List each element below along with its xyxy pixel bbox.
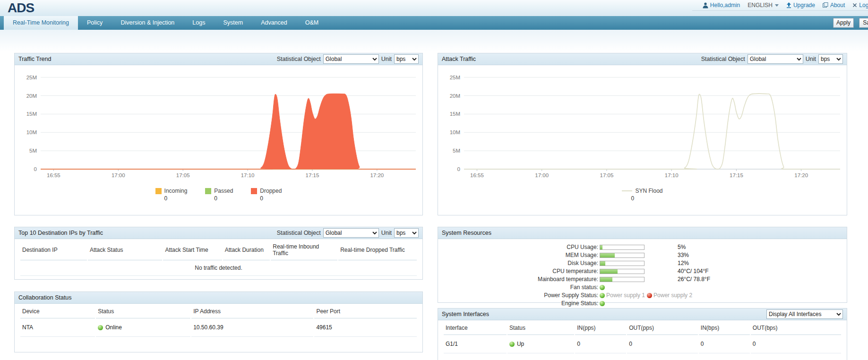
- attack-traffic-legend: SYN Flood0: [438, 188, 847, 202]
- panel-title: System Interfaces: [442, 311, 489, 317]
- interface-cell: G1/1: [444, 335, 507, 353]
- power-supply-2-alarm-icon: [647, 293, 652, 298]
- empty-row: No traffic detected.: [20, 260, 417, 276]
- user-greeting: Hello,admin: [710, 2, 740, 9]
- apply-button[interactable]: Apply: [833, 18, 854, 28]
- system-resources-panel: System Resources CPU Usage: 5% MEM Usage…: [438, 227, 847, 303]
- in-bps-cell: 0: [699, 335, 750, 353]
- fan-status-ok-icon: [600, 285, 605, 290]
- panel-title: Attack Traffic: [442, 56, 476, 62]
- tab-om[interactable]: O&M: [296, 16, 327, 30]
- traffic-trend-panel: Traffic Trend Statistical Object Global …: [14, 53, 423, 215]
- legend-label: Incoming: [164, 188, 188, 194]
- legend-label: Passed: [214, 188, 233, 194]
- online-status-icon: [98, 325, 103, 330]
- system-resources-header: System Resources: [438, 227, 847, 239]
- user-menu[interactable]: Hello,admin: [703, 2, 740, 9]
- attack-traffic-chart: 05M10M15M20M25M16:5517:0017:0517:1017:15…: [438, 65, 847, 215]
- out-pps-cell: 0: [627, 335, 698, 353]
- language-label: ENGLISH: [748, 2, 773, 9]
- col-realtime-dropped: Real-time Dropped Traffic: [338, 239, 417, 260]
- logout-icon: [852, 3, 857, 8]
- svg-text:20M: 20M: [450, 93, 460, 99]
- top10-stat-object-select[interactable]: Global: [323, 228, 379, 238]
- ip-address-cell: 10.50.60.39: [191, 318, 313, 337]
- cpu-temperature-value: 40°C/ 104°F: [678, 268, 709, 274]
- upgrade-label: Upgrade: [793, 2, 815, 9]
- traffic-trend-unit-select[interactable]: bps: [394, 54, 419, 64]
- about-button[interactable]: About: [823, 2, 845, 9]
- svg-text:17:05: 17:05: [600, 172, 614, 178]
- power-supply-row: Power Supply Status: Power supply 1 Powe…: [443, 291, 842, 299]
- syn-flood-swatch-icon: [622, 190, 632, 191]
- stat-object-label: Statistical Object: [277, 230, 321, 236]
- language-select[interactable]: ENGLISH: [748, 2, 779, 9]
- panel-title: Top 10 Destination IPs by Traffic: [18, 230, 103, 236]
- mem-usage-row: MEM Usage: 33%: [443, 251, 842, 259]
- panel-title: Collaboration Status: [18, 294, 72, 301]
- app-logo: ADS: [8, 0, 34, 16]
- collaboration-status-panel: Collaboration Status Device Status IP Ad…: [14, 291, 423, 352]
- top10-destination-ips-panel: Top 10 Destination IPs by Traffic Statis…: [14, 227, 423, 280]
- tab-advanced[interactable]: Advanced: [252, 16, 296, 30]
- col-status: Status: [96, 304, 190, 318]
- attack-traffic-header: Attack Traffic Statistical Object Global…: [438, 53, 847, 65]
- svg-text:0: 0: [34, 166, 37, 172]
- traffic-trend-legend: Incoming0Passed0Dropped0: [15, 188, 422, 202]
- tab-system[interactable]: System: [214, 16, 252, 30]
- svg-text:17:20: 17:20: [794, 172, 808, 178]
- fan-status-label: Fan status:: [443, 284, 600, 291]
- col-in-bps: IN(bps): [699, 320, 750, 335]
- col-interface: Interface: [444, 320, 507, 335]
- user-toolbar: Hello,admin ENGLISH Upgrade About Logout: [692, 0, 868, 11]
- unit-label: Unit: [381, 56, 392, 62]
- about-label: About: [830, 2, 845, 9]
- tab-logs[interactable]: Logs: [183, 16, 214, 30]
- dashboard-content: Traffic Trend Statistical Object Global …: [0, 30, 868, 360]
- disk-usage-bar: [600, 261, 645, 266]
- power-supply-1-ok-icon: [600, 293, 605, 298]
- svg-text:10M: 10M: [450, 129, 460, 135]
- svg-text:5M: 5M: [29, 148, 37, 154]
- system-interfaces-panel: System Interfaces Display All Interfaces…: [438, 308, 847, 360]
- legend-label: Dropped: [260, 188, 282, 194]
- tab-policy[interactable]: Policy: [78, 16, 112, 30]
- svg-text:17:15: 17:15: [730, 172, 743, 178]
- cpu-usage-bar: [600, 245, 645, 250]
- panel-title: Traffic Trend: [18, 56, 51, 62]
- legend-current-value: 0: [205, 195, 233, 202]
- col-device: Device: [20, 304, 95, 318]
- top10-header: Top 10 Destination IPs by Traffic Statis…: [15, 227, 422, 239]
- table-row: G1/1 Up 0 0 0 0: [444, 335, 841, 353]
- svg-text:25M: 25M: [450, 75, 460, 80]
- up-status-icon: [509, 342, 515, 347]
- attack-traffic-unit-select[interactable]: bps: [818, 54, 843, 64]
- col-attack-start-time: Attack Start Time: [163, 239, 222, 260]
- attack-traffic-stat-object-select[interactable]: Global: [748, 54, 803, 64]
- tab-real-time-monitoring[interactable]: Real-Time Monitoring: [4, 16, 78, 30]
- svg-text:5M: 5M: [453, 148, 460, 154]
- fan-status-row: Fan status:: [443, 283, 842, 291]
- col-in-pps: IN(pps): [575, 320, 626, 335]
- passed-swatch-icon: [205, 188, 211, 194]
- top10-unit-select[interactable]: bps: [394, 228, 419, 238]
- logout-button[interactable]: Logout: [852, 2, 868, 9]
- col-realtime-inbound: Real-time Inbound Traffic: [271, 239, 337, 260]
- tab-diversion-injection[interactable]: Diversion & Injection: [112, 16, 183, 30]
- peer-port-cell: 49615: [314, 318, 417, 337]
- svg-text:10M: 10M: [26, 129, 37, 135]
- upgrade-button[interactable]: Upgrade: [786, 2, 815, 9]
- table-header-row: Device Status IP Address Peer Port: [20, 304, 417, 318]
- power-supply-label: Power Supply Status:: [443, 292, 600, 299]
- upgrade-icon: [786, 2, 791, 8]
- svg-text:15M: 15M: [450, 111, 460, 117]
- stat-object-label: Statistical Object: [701, 56, 745, 62]
- disk-usage-label: Disk Usage:: [443, 260, 600, 266]
- status-text: Online: [105, 324, 122, 331]
- attack-traffic-chart-canvas: 05M10M15M20M25M16:5517:0017:0517:1017:15…: [438, 66, 847, 183]
- device-cell: NTA: [20, 318, 95, 337]
- interface-filter-select[interactable]: Display All Interfaces: [766, 309, 843, 319]
- traffic-trend-stat-object-select[interactable]: Global: [323, 54, 379, 64]
- save-button[interactable]: Save: [859, 18, 868, 28]
- unit-label: Unit: [381, 230, 392, 236]
